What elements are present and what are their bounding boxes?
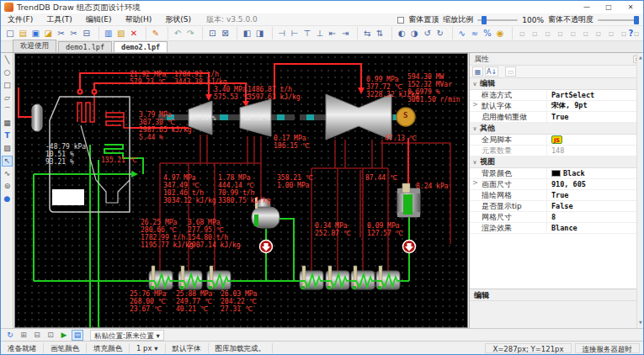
run-icon[interactable]: ▶ xyxy=(58,330,70,341)
print-icon[interactable]: ⊟ xyxy=(81,27,93,40)
align-vcenter-icon[interactable]: ⇥ xyxy=(339,27,351,40)
align-bottom-icon[interactable]: ⊥ xyxy=(314,27,326,40)
gallery-icon[interactable]: ⊚ xyxy=(2,181,13,192)
new-icon[interactable]: □ xyxy=(4,27,16,40)
value-label[interactable]: 1486.87 t/h 3597.63 kJ/kg xyxy=(247,86,301,101)
opacity-slider-thumb[interactable] xyxy=(634,16,639,24)
drain-valve[interactable] xyxy=(403,241,416,253)
rotate-right-icon[interactable]: ↻ xyxy=(434,27,446,40)
align-hcenter-icon[interactable]: ⇤ xyxy=(327,27,338,40)
value-label[interactable]: 26.03 MPa 204.22 ℃ 27.31 ℃ xyxy=(221,290,257,313)
panel-icon[interactable]: ⊡ xyxy=(45,330,56,341)
ip-efficiency-label[interactable]: 88.70 % xyxy=(243,114,270,122)
hp-efficiency-label[interactable]: 85.44 % xyxy=(189,114,216,122)
default-font-button[interactable]: 默认字体 xyxy=(166,343,209,353)
align-left-icon[interactable]: ⊣ xyxy=(272,27,288,40)
value-label[interactable]: 0.34 MPa 252.87 ℃ xyxy=(315,222,351,237)
polygon-icon[interactable]: ▱ xyxy=(2,93,13,103)
prop-value[interactable]: 宋体, 9pt xyxy=(551,101,588,111)
prop-value[interactable]: 8 xyxy=(551,213,556,221)
delete-icon[interactable]: ✕ xyxy=(128,27,140,40)
select-icon[interactable]: ↖ xyxy=(2,156,13,167)
multi-select-icon[interactable]: ⊠ xyxy=(219,27,231,40)
hp-heater[interactable] xyxy=(178,266,202,289)
refresh-icon[interactable]: ↻ xyxy=(4,330,16,341)
value-label[interactable]: 4.97 MPa 347.49 ℃ 102.46 t/h 3034.12 kJ/… xyxy=(163,174,216,204)
value-label[interactable]: 21.92 MPa 579.23 ℃ xyxy=(130,71,166,86)
copy-icon[interactable]: ▥ xyxy=(98,27,114,40)
section-edit[interactable]: 编辑 xyxy=(470,78,637,90)
prop-row[interactable]: 全局脚本 JS xyxy=(470,135,637,146)
prop-row[interactable]: 渲染效果 Blance xyxy=(470,223,637,234)
prop-row[interactable]: 背景颜色 Black xyxy=(470,168,637,179)
section-other[interactable]: 其他 xyxy=(470,123,637,135)
minimize-button[interactable]: — xyxy=(576,1,598,13)
lp-turbine[interactable] xyxy=(326,94,391,140)
image-icon[interactable]: ▨ xyxy=(2,143,13,154)
steam-drum[interactable] xyxy=(32,104,42,131)
grid-icon[interactable]: ▦ xyxy=(2,118,13,129)
value-label[interactable]: 358.21 ℃ 1.00 MPa xyxy=(277,174,313,189)
close-button[interactable]: ✕ xyxy=(620,1,641,13)
prop-value[interactable]: True xyxy=(551,191,568,199)
value-label[interactable]: 0.17 MPa 186.15 ℃ xyxy=(274,135,310,150)
flip-h-icon[interactable]: ◐ xyxy=(391,27,407,40)
value-label[interactable]: 594.30 MW 152.32 MVar 0.6979 % 3001.50 r… xyxy=(407,73,460,103)
smooth-icon[interactable]: ≈ xyxy=(469,27,481,40)
drain-valve[interactable] xyxy=(260,241,273,253)
value-label[interactable]: 26.25 MPa 280.66 ℃ 1782.99 t/h 1195.77 k… xyxy=(141,219,194,249)
same-width-icon[interactable]: ⇆ xyxy=(357,27,373,40)
prop-row[interactable]: 元素数量 148 xyxy=(470,146,637,156)
menu-tools[interactable]: 工具(T) xyxy=(40,13,79,26)
hp-heater[interactable] xyxy=(149,266,173,289)
rect-icon[interactable]: □ xyxy=(2,80,13,91)
design-canvas[interactable]: 21.92 MPa 579.23 ℃ 1784.92 t/h 3443.38 k… xyxy=(14,53,468,328)
prop-row[interactable]: 是否显示tip False xyxy=(470,201,637,212)
align-top-icon[interactable]: ⊤ xyxy=(301,27,313,40)
scroll-down-icon[interactable]: ▼ xyxy=(637,318,644,326)
save-as-icon[interactable]: ◪ xyxy=(42,27,54,40)
cut-icon[interactable]: ✂ xyxy=(55,27,67,40)
prop-value[interactable]: 910, 605 xyxy=(551,180,586,188)
value-label[interactable]: 3.79 MPa 307.30 ℃ 2987.65 kJ/kg 5.44 % xyxy=(139,111,192,141)
value-label[interactable]: -48.79 kPa 10.51 % 93.21 % xyxy=(45,143,86,166)
open-icon[interactable]: ▤ xyxy=(17,27,29,40)
stroke-width-dropdown[interactable]: 1 px ▾ xyxy=(130,343,166,353)
script-js-icon[interactable]: JS xyxy=(551,135,562,144)
flip-v-icon[interactable]: ◑ xyxy=(408,27,420,40)
align-right-icon[interactable]: ⊢ xyxy=(289,27,301,40)
value-label[interactable]: 25.88 MPa 249.77 ℃ 40.21 ℃ xyxy=(176,290,212,313)
paste-position-dropdown[interactable]: 粘贴位置:原来位置 ▾ xyxy=(90,330,164,341)
prop-row[interactable]: 启用撤销重做 True xyxy=(470,112,637,123)
topmost-checkbox[interactable] xyxy=(397,17,404,24)
snip-icon[interactable]: ✂ xyxy=(67,27,79,40)
value-label[interactable]: 3.40 MPa 575.53 ℃ xyxy=(214,86,250,101)
prop-value[interactable]: True xyxy=(551,113,568,121)
maximize-button[interactable]: □ xyxy=(598,1,620,13)
redo-icon[interactable]: ↷ xyxy=(184,27,196,40)
send-back-icon[interactable]: ◨ xyxy=(254,27,266,40)
menu-help[interactable]: 帮助(H) xyxy=(118,13,158,26)
zoom-slider-thumb[interactable] xyxy=(482,16,487,24)
tab-demo1[interactable]: demo1.lpf xyxy=(58,41,112,52)
value-label[interactable]: 87.44 ℃ xyxy=(365,174,397,182)
paste-icon[interactable]: ▧ xyxy=(115,27,127,40)
layout-toggle-icon[interactable]: ▤ xyxy=(72,330,83,341)
prop-row[interactable]: 画面尺寸 910, 605 xyxy=(470,179,637,190)
menu-shape[interactable]: 形状(S) xyxy=(158,13,198,26)
pen-color-button[interactable]: 画笔颜色 xyxy=(44,343,87,353)
ellipse-icon[interactable]: ○ xyxy=(2,67,13,78)
fill-color-button[interactable]: 填充颜色 xyxy=(87,343,130,353)
select-box-icon[interactable]: ⊡ xyxy=(202,27,218,40)
line-icon[interactable]: ╲ xyxy=(2,55,13,66)
undo-icon[interactable]: ↶ xyxy=(168,27,184,40)
chart-icon[interactable]: ∿ xyxy=(2,168,13,179)
menu-edit[interactable]: 编辑(E) xyxy=(79,13,119,26)
sphere-icon[interactable]: ● xyxy=(2,193,13,204)
rotate-left-icon[interactable]: ↺ xyxy=(422,27,434,40)
same-height-icon[interactable]: ⇅ xyxy=(374,27,386,40)
scale-icon[interactable]: % xyxy=(482,27,493,40)
arc-icon[interactable]: ⌒ xyxy=(2,105,13,116)
curve-icon[interactable]: ∿ xyxy=(452,27,468,40)
tab-welcome[interactable]: 欢迎使用 xyxy=(13,40,56,52)
